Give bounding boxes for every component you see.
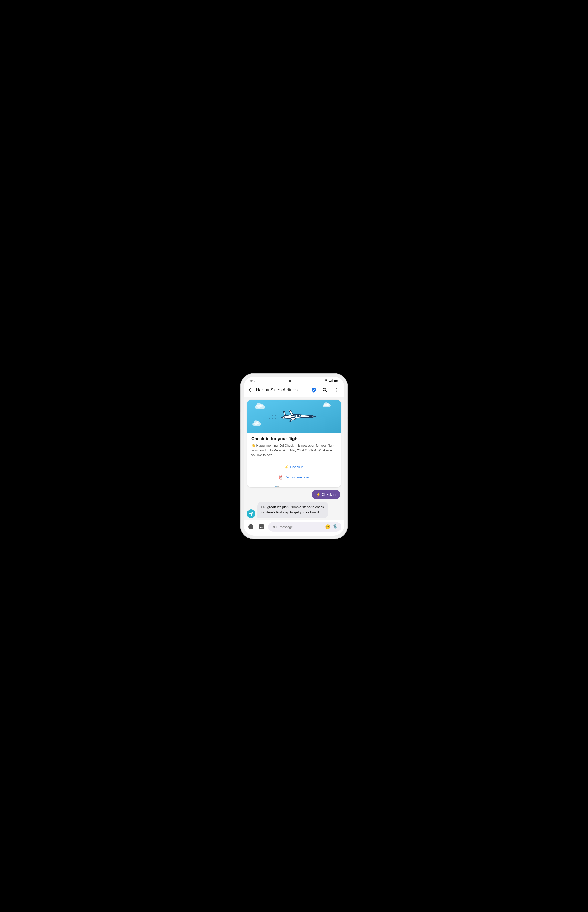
svg-rect-3: [332, 379, 333, 383]
remind-emoji: ⏰: [278, 475, 283, 479]
status-time: 9:30: [250, 379, 257, 383]
add-button[interactable]: [247, 523, 255, 531]
svg-point-13: [300, 415, 301, 417]
wifi-icon: [324, 379, 328, 383]
chat-content: Check-in for your flight 👋 Happy morning…: [244, 397, 344, 520]
bot-avatar: [247, 510, 255, 518]
status-icons: [324, 379, 338, 383]
power-button: [240, 412, 241, 429]
view-flight-emoji: ✈️: [275, 486, 279, 487]
svg-rect-0: [329, 381, 330, 383]
check-in-label: Check in: [290, 465, 304, 469]
sent-bubble: ⚡ Check in: [312, 490, 340, 499]
svg-point-15: [294, 415, 296, 417]
gallery-button[interactable]: [257, 523, 265, 531]
message-input[interactable]: [271, 525, 323, 529]
cloud-2: [323, 404, 331, 407]
card-message: 👋 Happy morning, Jo! Check-in is now ope…: [251, 444, 337, 458]
svg-point-9: [336, 391, 336, 392]
mic-button[interactable]: 🎙️: [332, 524, 338, 529]
check-in-action-button[interactable]: ⚡ Check in: [247, 462, 341, 472]
status-bar: 9:30: [244, 376, 344, 384]
signal-icon: [329, 379, 333, 383]
rich-card: Check-in for your flight 👋 Happy morning…: [247, 400, 341, 487]
remind-label: Remind me later: [284, 475, 310, 479]
cloud-1: [255, 405, 265, 409]
card-body: Check-in for your flight 👋 Happy morning…: [247, 433, 341, 462]
view-flight-action-button[interactable]: ✈️ View my flight details: [247, 483, 341, 487]
phone-frame: 9:30: [241, 373, 347, 539]
app-bar-actions: [310, 386, 340, 394]
svg-point-7: [336, 388, 336, 389]
received-bubble: Ok, great! It's just 3 simple steps to c…: [257, 502, 328, 518]
svg-rect-5: [334, 380, 337, 382]
card-hero-image: [247, 400, 341, 433]
message-input-wrap: 😊 🎙️: [268, 522, 341, 532]
app-title: Happy Skies Airlines: [256, 387, 310, 392]
svg-point-8: [336, 389, 336, 390]
svg-point-14: [297, 415, 299, 417]
sent-text: Check in: [322, 492, 336, 497]
cloud-3: [252, 423, 261, 426]
back-button[interactable]: [246, 386, 255, 395]
sent-emoji: ⚡: [316, 492, 320, 497]
received-message-wrap: Ok, great! It's just 3 simple steps to c…: [247, 502, 341, 518]
volume-button-2: [347, 419, 348, 432]
app-bar: Happy Skies Airlines: [244, 384, 344, 397]
check-in-emoji: ⚡: [284, 465, 289, 469]
svg-rect-6: [338, 380, 338, 381]
search-button[interactable]: [321, 386, 329, 394]
svg-rect-1: [330, 381, 331, 383]
volume-button-1: [347, 404, 348, 417]
shield-verified-icon: [310, 386, 318, 394]
received-text: Ok, great! It's just 3 simple steps to c…: [261, 505, 324, 514]
card-title: Check-in for your flight: [251, 436, 337, 441]
input-bar: 😊 🎙️: [244, 520, 344, 536]
svg-rect-2: [331, 380, 332, 383]
phone-screen: 9:30: [244, 376, 344, 536]
emoji-button[interactable]: 😊: [325, 524, 330, 529]
view-flight-label: View my flight details: [281, 486, 313, 487]
airplane-illustration: [268, 404, 320, 428]
sent-message-wrap: ⚡ Check in: [247, 490, 341, 499]
camera-indicator: [289, 379, 291, 382]
svg-point-16: [291, 417, 296, 420]
card-actions: ⚡ Check in ⏰ Remind me later ✈️ View my …: [247, 462, 341, 487]
battery-icon: [334, 379, 338, 382]
more-options-button[interactable]: [332, 386, 340, 394]
remind-later-action-button[interactable]: ⏰ Remind me later: [247, 472, 341, 483]
